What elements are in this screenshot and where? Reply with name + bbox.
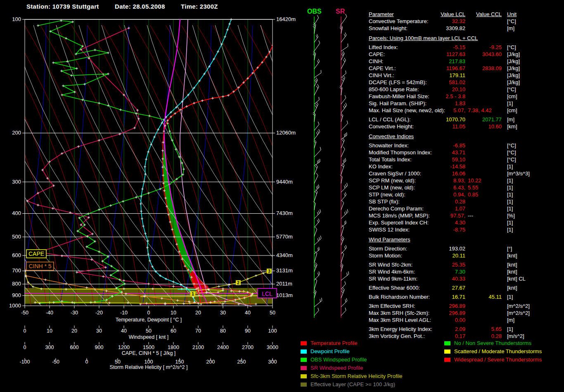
value-lcl: 1.07 [369, 205, 465, 212]
value-lcl: 296.89 [369, 302, 465, 309]
svg-text:1500: 1500 [143, 345, 154, 350]
table-row: STP (new, old):0.94,0.85[1] [369, 191, 563, 198]
svg-text:70: 70 [195, 328, 201, 334]
svg-text:1000: 1000 [9, 302, 21, 309]
svg-text:600: 600 [70, 345, 79, 350]
value-lcl: -5.15 [369, 44, 465, 51]
legend-label: Effective Layer (CAPE >= 100 J/kg) [310, 381, 395, 387]
bottom-axis-2: 03006009001200150018002100240027003000CA… [24, 342, 278, 356]
col-header-ccl-wrap: Value CCL [465, 11, 502, 18]
legend-swatch-icon [301, 383, 307, 387]
legend-label: OBS Windspeed Profile [310, 357, 367, 363]
unit-label: [°C] [507, 86, 516, 93]
svg-text:50: 50 [146, 328, 152, 334]
svg-text:0: 0 [85, 359, 88, 365]
value-lcl: 217.83 [369, 58, 465, 65]
unit-label: [knt] [507, 268, 517, 275]
unit-label: [knt] [507, 284, 517, 291]
svg-text:SR: SR [336, 8, 345, 15]
svg-text:Storm Relative Helicity [ m^2/: Storm Relative Helicity [ m^2/s^2 ] [110, 364, 188, 370]
svg-text:200: 200 [206, 359, 215, 365]
legend-swatch-icon [301, 349, 307, 354]
unit-label: [1] [507, 163, 513, 170]
value-lcl: 2.5 - 3.8 [369, 93, 465, 100]
table-row: Bulk Richardson Number:16.7145.11[1] [369, 293, 563, 300]
svg-text:80: 80 [220, 328, 226, 334]
svg-text:1800: 1800 [168, 345, 179, 350]
svg-text:10: 10 [47, 328, 52, 334]
unit-label: [°] [507, 245, 512, 252]
bottom-axis-1: 0102030405060708090100Windspeed [ knt ] [24, 326, 277, 340]
legend-swatch-icon [301, 341, 307, 345]
svg-text:700: 700 [12, 267, 21, 274]
svg-text:2: 2 [237, 281, 239, 285]
svg-text:CAPE: CAPE [28, 250, 44, 257]
unit-label: [°C] [507, 44, 516, 51]
svg-text:100: 100 [268, 328, 277, 334]
svg-text:-100: -100 [19, 359, 30, 365]
legend-swatch-icon [301, 374, 307, 378]
legend-label: Dewpoint Profile [310, 348, 350, 354]
table-row: Showalter Index:-6.85[°C] [369, 142, 563, 149]
table-row: Modified Thompson Index:43.71[°C] [369, 149, 563, 156]
table-row: Derecho Comp Param:1.07[1] [369, 205, 563, 212]
table-row: 3km Effective SRH:296.89[m^2/s^2] [369, 302, 563, 309]
value-lcl: 0.17 [369, 333, 465, 340]
profile-legend-item: Effective Layer (CAPE >= 100 J/kg) [301, 380, 403, 389]
section-title-2: Convective Indices [369, 133, 563, 140]
table-row: Max. Hail Size (new, new2, old):5.07,7.3… [369, 107, 563, 114]
profile-legend-item: OBS Windspeed Profile [301, 356, 403, 364]
table-row: SR Wind 4km-6km:7.30[knt] [369, 268, 563, 275]
svg-text:0: 0 [147, 310, 150, 316]
svg-text:-50: -50 [52, 359, 59, 365]
svg-text:60: 60 [171, 328, 176, 334]
value-lcl: 32.32 [369, 18, 465, 25]
value-lcl: 43.71 [369, 149, 465, 156]
profile-legend-item: Sfc-3km Storm Relative Helicity Profile [301, 372, 403, 380]
svg-text:40: 40 [245, 310, 251, 316]
svg-text:4340m: 4340m [276, 252, 293, 258]
value-lcl: 2.09 [369, 326, 465, 333]
value-lcl: 16.06 [369, 170, 465, 177]
unit-label: [1] [507, 177, 513, 184]
value-lcl: 3309.82 [369, 25, 465, 32]
unit-label: [knt] [507, 261, 517, 268]
unit-label: [km] [507, 123, 517, 130]
table-row: Max 3km SRH Level AGL:0.00[m] [369, 316, 563, 324]
value-lcl: 0.00 [369, 316, 465, 324]
svg-text:100: 100 [145, 359, 153, 365]
svg-text:600: 600 [12, 252, 21, 258]
height-axis-labels: 16420m12060m9440m7430m5770m4340m3131m201… [273, 16, 296, 298]
svg-text:0: 0 [24, 345, 26, 350]
svg-text:300: 300 [45, 345, 54, 350]
value-ccl: 2838.09 [465, 65, 502, 72]
table-row: Exp. Supercell Index CH:4.30[1] [369, 219, 563, 226]
severity-legend-item: Scattered / Moderate Thunderstorms [444, 347, 542, 356]
svg-text:400: 400 [12, 210, 21, 216]
unit-label: [J/kg] [507, 51, 520, 58]
table-row: CINH Virt.:179.11[J/kg] [369, 72, 563, 79]
value-lcl: 1127.63 [369, 51, 465, 58]
severity-legend-item: Widespread / Severe Thunderstorms [444, 356, 542, 364]
value-lcl: 25.35 [369, 261, 465, 268]
value-lcl: 0.94, [369, 191, 465, 198]
svg-text:40: 40 [121, 328, 127, 334]
table-row: Total Totals Index:59.10[°C] [369, 156, 563, 163]
value-lcl: 40.33 [369, 275, 465, 282]
profile-legend-item: SR Windspeed Profile [301, 364, 403, 372]
unit-label: [cm] [507, 107, 517, 114]
svg-text:Temperature, Dewpoint [ °C ]: Temperature, Dewpoint [ °C ] [116, 317, 182, 323]
value-lcl: 97.57, [369, 212, 465, 219]
svg-text:1200: 1200 [118, 345, 130, 350]
table-row: SWISS 12 Index:-8.75[1] [369, 226, 563, 233]
unit-label: [1] [507, 219, 513, 226]
table-row: Craven SigSvr / 1000:16.06[m^3/s^3] [369, 170, 563, 177]
unit-label: [cm] [507, 93, 517, 100]
unit-label: [m^2/s^2] [507, 302, 530, 309]
svg-text:12060m: 12060m [276, 130, 296, 136]
svg-text:800: 800 [12, 281, 21, 287]
severity-legend: No / Non Severe ThunderstormsScattered /… [444, 339, 542, 364]
value-ccl: 0.28 [465, 333, 502, 340]
svg-text:300: 300 [268, 359, 277, 365]
table-row: Storm Motion:20.11[knt] [369, 252, 563, 259]
